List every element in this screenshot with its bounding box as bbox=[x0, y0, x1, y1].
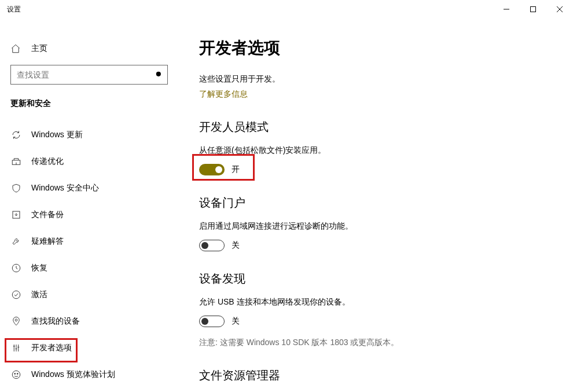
delivery-icon bbox=[10, 156, 22, 167]
dev-mode-toggle-label: 开 bbox=[232, 164, 240, 175]
minimize-button[interactable] bbox=[493, 0, 520, 19]
section-title-device-discovery: 设备发现 bbox=[199, 271, 573, 287]
sidebar-item-label: 查找我的设备 bbox=[31, 316, 80, 327]
sidebar-item-insider[interactable]: Windows 预览体验计划 bbox=[0, 361, 178, 388]
device-discovery-toggle-row: 关 bbox=[199, 316, 573, 327]
svg-point-13 bbox=[17, 373, 18, 375]
search-icon bbox=[155, 71, 164, 79]
close-button[interactable] bbox=[546, 0, 573, 19]
sidebar-item-delivery-opt[interactable]: 传递优化 bbox=[0, 148, 178, 175]
search-input[interactable] bbox=[10, 65, 168, 85]
sidebar-item-label: 恢复 bbox=[31, 263, 47, 273]
refresh-icon bbox=[10, 130, 22, 140]
sidebar-item-recovery[interactable]: 恢复 bbox=[0, 255, 178, 281]
title-bar: 设置 bbox=[0, 0, 573, 19]
device-portal-toggle-label: 关 bbox=[232, 240, 240, 251]
recovery-icon bbox=[10, 263, 22, 273]
section-sub-dev-mode: 从任意源(包括松散文件)安装应用。 bbox=[199, 145, 573, 156]
sidebar-item-windows-update[interactable]: Windows 更新 bbox=[0, 122, 178, 148]
location-icon bbox=[10, 316, 22, 327]
home-button[interactable]: 主页 bbox=[0, 37, 178, 60]
sidebar-item-label: 疑难解答 bbox=[31, 236, 64, 247]
sidebar-item-label: Windows 更新 bbox=[31, 130, 83, 140]
svg-rect-1 bbox=[531, 7, 536, 12]
learn-more-link[interactable]: 了解更多信息 bbox=[199, 89, 248, 100]
device-discovery-toggle[interactable] bbox=[199, 316, 225, 327]
svg-point-11 bbox=[12, 371, 20, 379]
section-sub-device-discovery: 允许 USB 连接和本地网络发现你的设备。 bbox=[199, 297, 573, 307]
device-portal-toggle[interactable] bbox=[199, 240, 225, 251]
sidebar-item-label: 传递优化 bbox=[31, 156, 64, 167]
svg-point-10 bbox=[15, 319, 17, 321]
dev-mode-toggle[interactable] bbox=[199, 164, 225, 175]
wrench-icon bbox=[10, 236, 22, 247]
sidebar-item-label: 文件备份 bbox=[31, 210, 64, 220]
sidebar-item-activation[interactable]: 激活 bbox=[0, 281, 178, 308]
section-title-device-portal: 设备门户 bbox=[199, 195, 573, 211]
window-controls bbox=[493, 0, 573, 19]
search-field[interactable] bbox=[17, 70, 155, 79]
page-title: 开发者选项 bbox=[199, 37, 573, 59]
sidebar-nav: Windows 更新 传递优化 Windows 安全中心 文件备份 bbox=[0, 122, 178, 388]
backup-icon bbox=[10, 210, 22, 220]
developer-icon bbox=[10, 343, 22, 353]
sidebar-item-troubleshoot[interactable]: 疑难解答 bbox=[0, 228, 178, 255]
sidebar: 主页 更新和安全 Windows 更新 传递优化 bbox=[0, 19, 178, 392]
home-label: 主页 bbox=[31, 43, 47, 54]
sidebar-item-windows-security[interactable]: Windows 安全中心 bbox=[0, 175, 178, 202]
device-portal-toggle-row: 关 bbox=[199, 240, 573, 251]
main-content: 开发者选项 这些设置只用于开发。 了解更多信息 开发人员模式 从任意源(包括松散… bbox=[178, 19, 573, 392]
device-discovery-toggle-label: 关 bbox=[232, 316, 240, 327]
window-title: 设置 bbox=[7, 5, 21, 14]
section-title-explorer: 文件资源管理器 bbox=[199, 368, 573, 383]
dev-mode-toggle-row: 开 bbox=[199, 164, 573, 175]
page-description: 这些设置只用于开发。 bbox=[199, 74, 573, 85]
sidebar-item-label: Windows 预览体验计划 bbox=[31, 369, 115, 380]
section-title-dev-mode: 开发人员模式 bbox=[199, 119, 573, 135]
insider-icon bbox=[10, 369, 22, 380]
sidebar-item-label: 开发者选项 bbox=[31, 343, 72, 353]
sidebar-item-find-device[interactable]: 查找我的设备 bbox=[0, 308, 178, 335]
sidebar-item-label: Windows 安全中心 bbox=[31, 183, 99, 193]
svg-point-9 bbox=[12, 291, 20, 299]
svg-point-12 bbox=[14, 373, 16, 375]
sidebar-item-label: 激活 bbox=[31, 290, 47, 300]
section-sub-device-portal: 启用通过局域网连接进行远程诊断的功能。 bbox=[199, 221, 573, 232]
sidebar-group-header: 更新和安全 bbox=[0, 98, 178, 109]
device-discovery-note: 注意: 这需要 Windows 10 SDK 版本 1803 或更高版本。 bbox=[199, 338, 573, 348]
sidebar-item-developer[interactable]: 开发者选项 bbox=[0, 335, 178, 361]
check-circle-icon bbox=[10, 290, 22, 300]
shield-icon bbox=[10, 183, 22, 193]
sidebar-item-backup[interactable]: 文件备份 bbox=[0, 202, 178, 228]
svg-point-4 bbox=[156, 72, 161, 76]
maximize-button[interactable] bbox=[520, 0, 546, 19]
home-icon bbox=[10, 43, 22, 54]
